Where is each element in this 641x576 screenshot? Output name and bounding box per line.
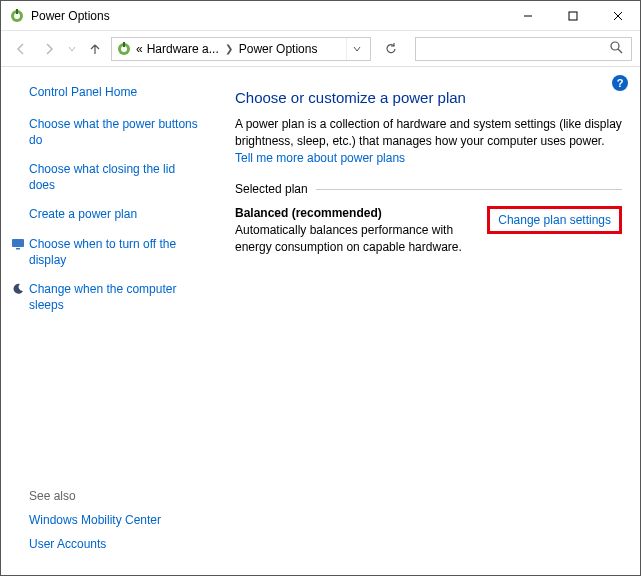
sidebar-link-lid[interactable]: Choose what closing the lid does: [29, 162, 203, 193]
page-heading: Choose or customize a power plan: [235, 89, 622, 106]
see-also-header: See also: [29, 489, 161, 503]
help-icon[interactable]: ?: [612, 75, 628, 91]
svg-rect-9: [123, 42, 125, 47]
up-button[interactable]: [83, 37, 107, 61]
navbar: « Hardware a... ❯ Power Options: [1, 31, 640, 67]
back-button[interactable]: [9, 37, 33, 61]
forward-button[interactable]: [37, 37, 61, 61]
window-title: Power Options: [31, 9, 505, 23]
refresh-button[interactable]: [377, 37, 405, 61]
sidebar-link-power-buttons[interactable]: Choose what the power buttons do: [29, 117, 203, 148]
content: Control Panel Home Choose what the power…: [1, 67, 640, 575]
tell-me-more-link[interactable]: Tell me more about power plans: [235, 151, 405, 165]
sidebar-link-label: Choose when to turn off the display: [29, 237, 176, 267]
svg-rect-13: [16, 248, 20, 250]
breadcrumb-seg-2[interactable]: Power Options: [239, 42, 318, 56]
change-plan-settings-link[interactable]: Change plan settings: [487, 206, 622, 234]
see-also-accounts-link[interactable]: User Accounts: [29, 537, 161, 551]
search-input[interactable]: [415, 37, 632, 61]
svg-point-10: [611, 42, 619, 50]
sidebar-link-sleep[interactable]: Change when the computer sleeps: [29, 282, 203, 313]
svg-rect-2: [16, 9, 18, 14]
window-controls: [505, 1, 640, 30]
see-also: See also Windows Mobility Center User Ac…: [29, 489, 161, 561]
chevron-right-icon[interactable]: ❯: [223, 43, 235, 54]
address-bar[interactable]: « Hardware a... ❯ Power Options: [111, 37, 371, 61]
plan-info: Balanced (recommended) Automatically bal…: [235, 206, 477, 256]
display-icon: [11, 237, 25, 251]
power-options-icon: [9, 8, 25, 24]
plan-description: Automatically balances performance with …: [235, 222, 477, 256]
svg-rect-4: [569, 12, 577, 20]
page-description: A power plan is a collection of hardware…: [235, 116, 622, 166]
moon-icon: [11, 282, 25, 296]
sidebar-link-create-plan[interactable]: Create a power plan: [29, 207, 203, 223]
address-dropdown[interactable]: [346, 38, 366, 60]
recent-dropdown[interactable]: [65, 37, 79, 61]
search-icon: [610, 41, 623, 57]
main-content: Choose or customize a power plan A power…: [213, 67, 640, 575]
titlebar: Power Options: [1, 1, 640, 31]
plan-name: Balanced (recommended): [235, 206, 477, 220]
see-also-mobility-link[interactable]: Windows Mobility Center: [29, 513, 161, 527]
sidebar-link-label: Change when the computer sleeps: [29, 282, 176, 312]
svg-line-11: [618, 49, 622, 53]
control-panel-home-link[interactable]: Control Panel Home: [29, 85, 203, 99]
desc-text: A power plan is a collection of hardware…: [235, 117, 622, 148]
selected-plan-label: Selected plan: [235, 182, 308, 196]
selected-plan-header: Selected plan: [235, 182, 622, 196]
plan-row: Balanced (recommended) Automatically bal…: [235, 206, 622, 256]
power-options-icon: [116, 41, 132, 57]
divider: [316, 189, 622, 190]
maximize-button[interactable]: [550, 1, 595, 30]
close-button[interactable]: [595, 1, 640, 30]
breadcrumb-prefix: «: [136, 42, 143, 56]
minimize-button[interactable]: [505, 1, 550, 30]
sidebar: Control Panel Home Choose what the power…: [1, 67, 213, 575]
svg-rect-12: [12, 239, 24, 247]
breadcrumb-seg-1[interactable]: Hardware a...: [147, 42, 219, 56]
sidebar-link-turn-off-display[interactable]: Choose when to turn off the display: [29, 237, 203, 268]
